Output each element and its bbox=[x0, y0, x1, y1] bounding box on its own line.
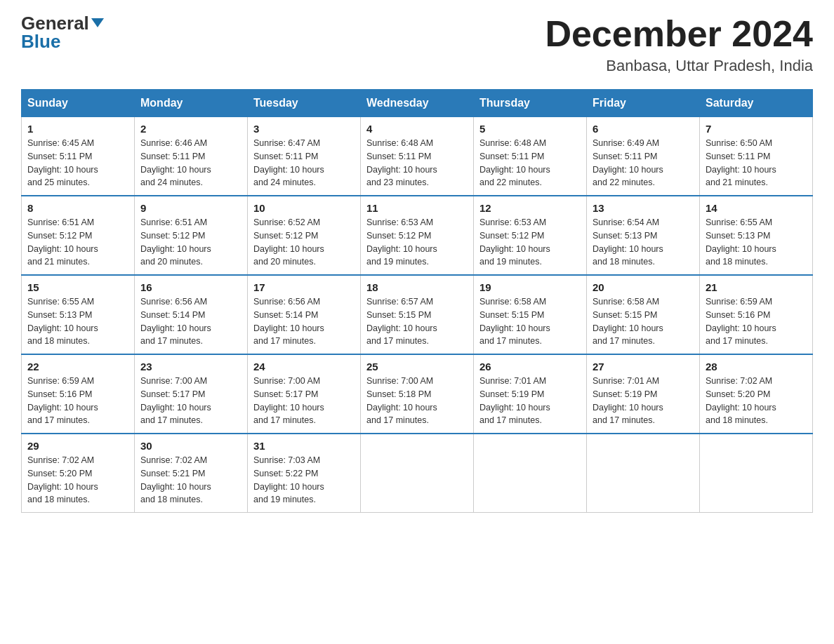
header-wednesday: Wednesday bbox=[361, 90, 474, 117]
calendar-day-cell: 26Sunrise: 7:01 AMSunset: 5:19 PMDayligh… bbox=[474, 354, 587, 434]
calendar-day-cell bbox=[361, 434, 474, 513]
day-info: Sunrise: 6:59 AMSunset: 5:16 PMDaylight:… bbox=[706, 295, 807, 348]
calendar-week-4: 22Sunrise: 6:59 AMSunset: 5:16 PMDayligh… bbox=[22, 354, 813, 434]
calendar-day-cell: 14Sunrise: 6:55 AMSunset: 5:13 PMDayligh… bbox=[700, 196, 813, 275]
day-info: Sunrise: 6:58 AMSunset: 5:15 PMDaylight:… bbox=[479, 295, 581, 348]
day-number: 6 bbox=[593, 123, 694, 135]
day-number: 27 bbox=[593, 361, 694, 373]
day-number: 15 bbox=[27, 281, 128, 293]
header-tuesday: Tuesday bbox=[248, 90, 361, 117]
calendar-day-cell: 5Sunrise: 6:48 AMSunset: 5:11 PMDaylight… bbox=[474, 117, 587, 196]
logo-general-text: General bbox=[21, 14, 104, 32]
calendar-day-cell: 13Sunrise: 6:54 AMSunset: 5:13 PMDayligh… bbox=[587, 196, 700, 275]
calendar-week-5: 29Sunrise: 7:02 AMSunset: 5:20 PMDayligh… bbox=[22, 434, 813, 513]
day-info: Sunrise: 7:02 AMSunset: 5:20 PMDaylight:… bbox=[706, 375, 807, 427]
calendar-day-cell: 20Sunrise: 6:58 AMSunset: 5:15 PMDayligh… bbox=[587, 275, 700, 354]
calendar-week-3: 15Sunrise: 6:55 AMSunset: 5:13 PMDayligh… bbox=[22, 275, 813, 354]
day-number: 3 bbox=[253, 123, 355, 135]
day-info: Sunrise: 6:55 AMSunset: 5:13 PMDaylight:… bbox=[27, 295, 128, 348]
day-number: 7 bbox=[706, 123, 807, 135]
calendar-table: SundayMondayTuesdayWednesdayThursdayFrid… bbox=[21, 89, 813, 513]
day-info: Sunrise: 6:46 AMSunset: 5:11 PMDaylight:… bbox=[140, 137, 241, 189]
day-number: 16 bbox=[140, 281, 241, 293]
calendar-day-cell: 22Sunrise: 6:59 AMSunset: 5:16 PMDayligh… bbox=[22, 354, 135, 434]
day-number: 22 bbox=[27, 361, 128, 373]
logo: General Blue bbox=[21, 14, 104, 51]
day-info: Sunrise: 6:57 AMSunset: 5:15 PMDaylight:… bbox=[366, 295, 468, 348]
calendar-week-2: 8Sunrise: 6:51 AMSunset: 5:12 PMDaylight… bbox=[22, 196, 813, 275]
calendar-day-cell: 28Sunrise: 7:02 AMSunset: 5:20 PMDayligh… bbox=[700, 354, 813, 434]
calendar-day-cell: 11Sunrise: 6:53 AMSunset: 5:12 PMDayligh… bbox=[361, 196, 474, 275]
calendar-day-cell: 9Sunrise: 6:51 AMSunset: 5:12 PMDaylight… bbox=[135, 196, 248, 275]
day-number: 13 bbox=[593, 202, 694, 214]
calendar-day-cell: 4Sunrise: 6:48 AMSunset: 5:11 PMDaylight… bbox=[361, 117, 474, 196]
calendar-day-cell: 29Sunrise: 7:02 AMSunset: 5:20 PMDayligh… bbox=[22, 434, 135, 513]
calendar-header-row: SundayMondayTuesdayWednesdayThursdayFrid… bbox=[22, 90, 813, 117]
day-number: 29 bbox=[27, 440, 128, 452]
day-number: 11 bbox=[366, 202, 468, 214]
calendar-day-cell: 23Sunrise: 7:00 AMSunset: 5:17 PMDayligh… bbox=[135, 354, 248, 434]
day-info: Sunrise: 7:02 AMSunset: 5:21 PMDaylight:… bbox=[140, 454, 241, 507]
header-monday: Monday bbox=[135, 90, 248, 117]
day-info: Sunrise: 6:58 AMSunset: 5:15 PMDaylight:… bbox=[593, 295, 694, 348]
calendar-day-cell: 1Sunrise: 6:45 AMSunset: 5:11 PMDaylight… bbox=[22, 117, 135, 196]
calendar-week-1: 1Sunrise: 6:45 AMSunset: 5:11 PMDaylight… bbox=[22, 117, 813, 196]
calendar-day-cell: 24Sunrise: 7:00 AMSunset: 5:17 PMDayligh… bbox=[248, 354, 361, 434]
day-number: 20 bbox=[593, 281, 694, 293]
day-info: Sunrise: 6:53 AMSunset: 5:12 PMDaylight:… bbox=[479, 216, 581, 269]
calendar-day-cell bbox=[700, 434, 813, 513]
day-info: Sunrise: 6:47 AMSunset: 5:11 PMDaylight:… bbox=[253, 137, 355, 189]
day-info: Sunrise: 6:49 AMSunset: 5:11 PMDaylight:… bbox=[593, 137, 694, 189]
day-number: 1 bbox=[27, 123, 128, 135]
day-info: Sunrise: 6:45 AMSunset: 5:11 PMDaylight:… bbox=[27, 137, 128, 189]
title-block: December 2024 Banbasa, Uttar Pradesh, In… bbox=[545, 14, 813, 75]
day-info: Sunrise: 6:53 AMSunset: 5:12 PMDaylight:… bbox=[366, 216, 468, 269]
header-friday: Friday bbox=[587, 90, 700, 117]
calendar-day-cell: 16Sunrise: 6:56 AMSunset: 5:14 PMDayligh… bbox=[135, 275, 248, 354]
day-number: 5 bbox=[479, 123, 581, 135]
day-number: 21 bbox=[706, 281, 807, 293]
calendar-day-cell: 21Sunrise: 6:59 AMSunset: 5:16 PMDayligh… bbox=[700, 275, 813, 354]
day-info: Sunrise: 6:52 AMSunset: 5:12 PMDaylight:… bbox=[253, 216, 355, 269]
day-info: Sunrise: 6:48 AMSunset: 5:11 PMDaylight:… bbox=[479, 137, 581, 189]
page-header: General Blue December 2024 Banbasa, Utta… bbox=[21, 14, 813, 75]
day-info: Sunrise: 7:01 AMSunset: 5:19 PMDaylight:… bbox=[479, 375, 581, 427]
calendar-day-cell: 18Sunrise: 6:57 AMSunset: 5:15 PMDayligh… bbox=[361, 275, 474, 354]
location-subtitle: Banbasa, Uttar Pradesh, India bbox=[545, 57, 813, 75]
day-info: Sunrise: 7:01 AMSunset: 5:19 PMDaylight:… bbox=[593, 375, 694, 427]
calendar-day-cell bbox=[587, 434, 700, 513]
day-info: Sunrise: 6:51 AMSunset: 5:12 PMDaylight:… bbox=[140, 216, 241, 269]
month-year-title: December 2024 bbox=[545, 14, 813, 54]
day-info: Sunrise: 6:55 AMSunset: 5:13 PMDaylight:… bbox=[706, 216, 807, 269]
day-number: 24 bbox=[253, 361, 355, 373]
calendar-day-cell: 7Sunrise: 6:50 AMSunset: 5:11 PMDaylight… bbox=[700, 117, 813, 196]
calendar-day-cell: 25Sunrise: 7:00 AMSunset: 5:18 PMDayligh… bbox=[361, 354, 474, 434]
calendar-day-cell: 15Sunrise: 6:55 AMSunset: 5:13 PMDayligh… bbox=[22, 275, 135, 354]
day-number: 14 bbox=[706, 202, 807, 214]
day-info: Sunrise: 7:00 AMSunset: 5:17 PMDaylight:… bbox=[253, 375, 355, 427]
header-sunday: Sunday bbox=[22, 90, 135, 117]
day-number: 18 bbox=[366, 281, 468, 293]
day-info: Sunrise: 6:59 AMSunset: 5:16 PMDaylight:… bbox=[27, 375, 128, 427]
header-saturday: Saturday bbox=[700, 90, 813, 117]
calendar-day-cell: 31Sunrise: 7:03 AMSunset: 5:22 PMDayligh… bbox=[248, 434, 361, 513]
day-number: 23 bbox=[140, 361, 241, 373]
calendar-day-cell: 3Sunrise: 6:47 AMSunset: 5:11 PMDaylight… bbox=[248, 117, 361, 196]
header-thursday: Thursday bbox=[474, 90, 587, 117]
day-number: 2 bbox=[140, 123, 241, 135]
day-number: 28 bbox=[706, 361, 807, 373]
day-info: Sunrise: 7:00 AMSunset: 5:17 PMDaylight:… bbox=[140, 375, 241, 427]
day-number: 10 bbox=[253, 202, 355, 214]
day-number: 25 bbox=[366, 361, 468, 373]
calendar-day-cell: 6Sunrise: 6:49 AMSunset: 5:11 PMDaylight… bbox=[587, 117, 700, 196]
day-info: Sunrise: 6:50 AMSunset: 5:11 PMDaylight:… bbox=[706, 137, 807, 189]
calendar-day-cell: 2Sunrise: 6:46 AMSunset: 5:11 PMDaylight… bbox=[135, 117, 248, 196]
calendar-day-cell: 12Sunrise: 6:53 AMSunset: 5:12 PMDayligh… bbox=[474, 196, 587, 275]
day-number: 30 bbox=[140, 440, 241, 452]
logo-arrow-icon bbox=[91, 18, 104, 27]
calendar-day-cell: 10Sunrise: 6:52 AMSunset: 5:12 PMDayligh… bbox=[248, 196, 361, 275]
calendar-day-cell: 30Sunrise: 7:02 AMSunset: 5:21 PMDayligh… bbox=[135, 434, 248, 513]
day-info: Sunrise: 6:54 AMSunset: 5:13 PMDaylight:… bbox=[593, 216, 694, 269]
calendar-day-cell: 27Sunrise: 7:01 AMSunset: 5:19 PMDayligh… bbox=[587, 354, 700, 434]
day-number: 9 bbox=[140, 202, 241, 214]
